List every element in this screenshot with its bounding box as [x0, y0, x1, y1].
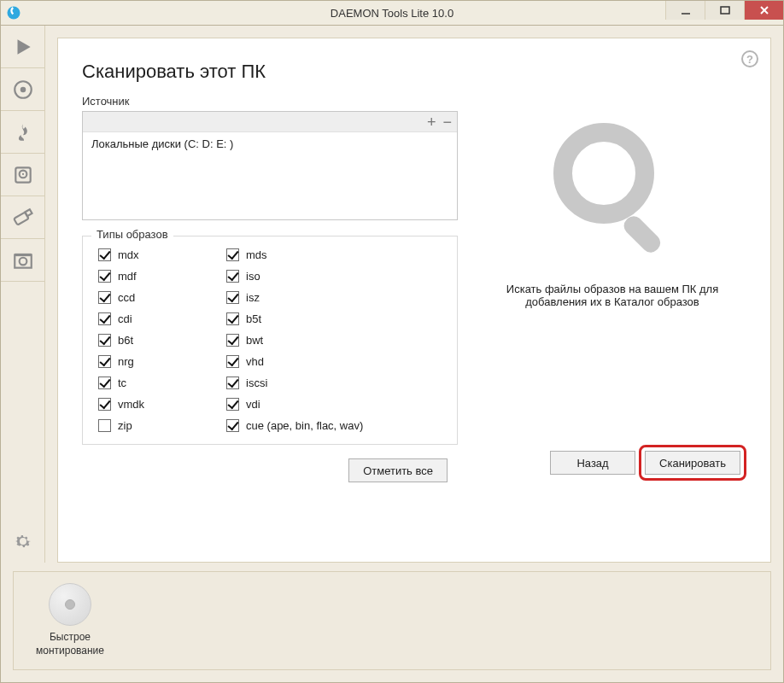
- svg-point-14: [19, 257, 26, 265]
- type-checkbox-iso[interactable]: iso: [226, 270, 442, 283]
- checkbox-label: iscsi: [246, 377, 267, 389]
- maximize-button[interactable]: [705, 1, 744, 20]
- checkbox-icon: [226, 377, 239, 389]
- checkbox-icon: [98, 248, 111, 261]
- checkbox-icon: [98, 334, 111, 347]
- type-checkbox-iscsi[interactable]: iscsi: [226, 377, 442, 389]
- checkbox-icon: [98, 419, 111, 432]
- source-remove-button[interactable]: −: [442, 114, 452, 130]
- type-checkbox-tc[interactable]: tc: [98, 377, 226, 389]
- hdd-icon: [12, 164, 34, 186]
- type-checkbox-mds[interactable]: mds: [226, 248, 442, 261]
- type-checkbox-b5t[interactable]: b5t: [226, 312, 442, 325]
- type-checkbox-cue[interactable]: cue (ape, bin, flac, wav): [226, 419, 442, 432]
- sidebar-item-scan[interactable]: [1, 239, 44, 282]
- scan-button-highlight: Сканировать: [639, 445, 746, 481]
- type-checkbox-ccd[interactable]: ccd: [98, 291, 226, 304]
- svg-point-10: [21, 172, 23, 174]
- checkbox-icon: [98, 291, 111, 304]
- sidebar-item-settings[interactable]: [1, 520, 44, 563]
- back-button[interactable]: Назад: [550, 451, 635, 475]
- close-button[interactable]: [744, 1, 783, 20]
- checkbox-label: iso: [246, 270, 260, 283]
- checkbox-icon: [226, 270, 239, 283]
- checkbox-icon: [98, 355, 111, 368]
- magnifier-icon: [540, 112, 685, 260]
- sidebar-item-usb[interactable]: [1, 196, 44, 239]
- type-checkbox-vmdk[interactable]: vmdk: [98, 398, 226, 411]
- usb-icon: [12, 207, 34, 229]
- checkbox-label: mdf: [118, 270, 137, 283]
- image-types-fieldset: Типы образов mdxmdfccdcdib6tnrgtcvmdkzip…: [82, 236, 458, 445]
- checkbox-label: nrg: [118, 355, 134, 368]
- checkbox-label: zip: [118, 419, 132, 432]
- sidebar: [1, 26, 45, 563]
- checkbox-icon: [226, 312, 239, 325]
- type-checkbox-mdx[interactable]: mdx: [98, 248, 226, 261]
- sidebar-item-drive[interactable]: [1, 154, 44, 196]
- type-checkbox-mdf[interactable]: mdf: [98, 270, 226, 283]
- checkbox-label: tc: [118, 377, 126, 389]
- checkbox-label: b6t: [118, 334, 133, 347]
- gear-icon: [13, 531, 33, 552]
- checkbox-label: cdi: [118, 312, 132, 325]
- checkbox-label: b5t: [246, 312, 261, 325]
- source-entry[interactable]: Локальные диски (C: D: E: ): [83, 132, 457, 155]
- flame-icon: [12, 121, 34, 143]
- checkbox-label: isz: [246, 291, 260, 304]
- quick-mount-icon: [49, 583, 91, 626]
- checkbox-icon: [98, 270, 111, 283]
- select-all-button[interactable]: Отметить все: [348, 458, 448, 482]
- hint-text: Искать файлы образов на вашем ПК для доб…: [493, 283, 732, 308]
- app-icon: [6, 5, 21, 20]
- source-label: Источник: [82, 95, 458, 108]
- svg-marker-5: [17, 39, 30, 54]
- checkbox-label: ccd: [118, 291, 135, 304]
- disc-icon: [12, 79, 34, 101]
- checkbox-icon: [98, 312, 111, 325]
- checkbox-icon: [226, 334, 239, 347]
- checkbox-label: mds: [246, 248, 267, 261]
- svg-point-7: [20, 86, 26, 92]
- svg-point-0: [8, 7, 20, 20]
- footer: Быстрое монтирование: [13, 571, 771, 670]
- checkbox-icon: [98, 398, 111, 411]
- type-checkbox-nrg[interactable]: nrg: [98, 355, 226, 368]
- checkbox-label: cue (ape, bin, flac, wav): [246, 419, 363, 432]
- page-title: Сканировать этот ПК: [82, 61, 746, 83]
- checkbox-label: vmdk: [118, 398, 144, 411]
- type-checkbox-cdi[interactable]: cdi: [98, 312, 226, 325]
- main-panel: ? Сканировать этот ПК Источник + − Локал…: [57, 38, 771, 563]
- sidebar-item-disc[interactable]: [1, 68, 44, 111]
- checkbox-label: bwt: [246, 334, 263, 347]
- checkbox-icon: [98, 377, 111, 389]
- checkbox-icon: [226, 398, 239, 411]
- help-icon[interactable]: ?: [741, 50, 758, 67]
- titlebar: DAEMON Tools Lite 10.0: [0, 0, 784, 26]
- type-checkbox-isz[interactable]: isz: [226, 291, 442, 304]
- type-checkbox-zip[interactable]: zip: [98, 419, 226, 432]
- sidebar-item-play[interactable]: [1, 26, 44, 68]
- type-checkbox-vhd[interactable]: vhd: [226, 355, 442, 368]
- play-icon: [12, 36, 34, 58]
- checkbox-icon: [226, 419, 239, 432]
- checkbox-icon: [226, 291, 239, 304]
- svg-point-16: [563, 132, 645, 214]
- checkbox-label: vdi: [246, 398, 260, 411]
- svg-rect-17: [620, 213, 664, 256]
- quick-mount-label: Быстрое монтирование: [29, 631, 111, 657]
- checkbox-label: mdx: [118, 248, 139, 261]
- source-list: + − Локальные диски (C: D: E: ): [82, 111, 458, 220]
- checkbox-icon: [226, 248, 239, 261]
- type-checkbox-b6t[interactable]: b6t: [98, 334, 226, 347]
- scan-button[interactable]: Сканировать: [645, 451, 740, 475]
- type-checkbox-bwt[interactable]: bwt: [226, 334, 442, 347]
- checkbox-icon: [226, 355, 239, 368]
- image-types-legend: Типы образов: [91, 228, 173, 241]
- minimize-button[interactable]: [665, 1, 705, 20]
- sidebar-item-burn[interactable]: [1, 111, 44, 154]
- type-checkbox-vdi[interactable]: vdi: [226, 398, 442, 411]
- source-add-button[interactable]: +: [427, 114, 436, 130]
- svg-rect-12: [25, 209, 32, 216]
- quick-mount-button[interactable]: Быстрое монтирование: [29, 583, 111, 657]
